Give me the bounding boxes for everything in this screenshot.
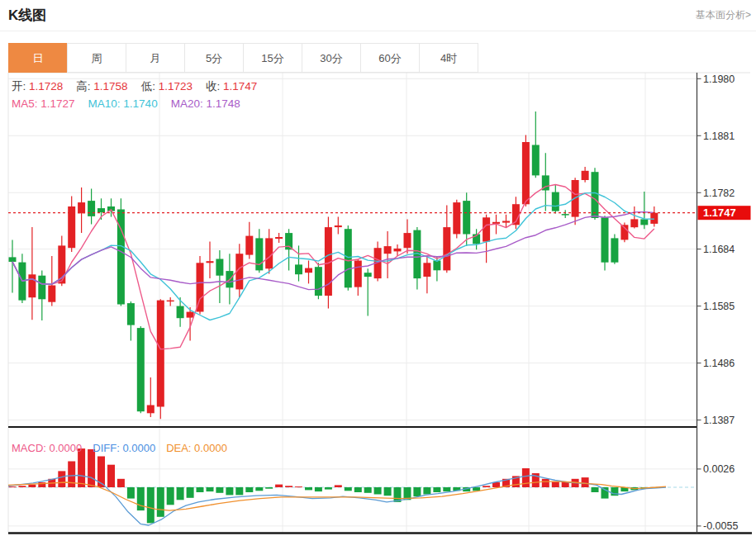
- legend-item: MACD: 0.0000: [12, 442, 82, 454]
- candle-body: [275, 237, 283, 239]
- macd-histogram-bar: [413, 487, 421, 496]
- candle-body: [216, 259, 223, 276]
- ma-legend-row: MA5: 1.1727MA10: 1.1740MA20: 1.1748: [12, 95, 257, 112]
- macd-histogram-bar: [285, 486, 292, 487]
- candle-body: [443, 227, 450, 270]
- candle-body: [364, 273, 372, 277]
- macd-histogram-bar: [295, 486, 302, 487]
- candle-body: [582, 171, 589, 180]
- macd-histogram-bar: [345, 487, 352, 491]
- macd-histogram-bar: [592, 487, 599, 492]
- macd-histogram-bar: [335, 485, 342, 487]
- tab-日[interactable]: 日: [8, 43, 68, 73]
- tab-60分[interactable]: 60分: [360, 43, 420, 73]
- macd-histogram-bar: [542, 479, 549, 487]
- candle-body: [147, 406, 155, 414]
- macd-histogram-bar: [492, 482, 500, 487]
- candle-body: [315, 267, 322, 296]
- macd-histogram-bar: [275, 485, 283, 487]
- candle-body: [305, 268, 312, 273]
- current-price-badge-label: 1.1747: [703, 206, 736, 219]
- tab-15分[interactable]: 15分: [243, 43, 302, 73]
- fundamental-analysis-link[interactable]: 基本面分析>: [696, 8, 751, 22]
- ma20-line: [12, 212, 654, 290]
- macd-histogram-bar: [97, 457, 105, 488]
- candle-body: [28, 274, 36, 297]
- macd-histogram-bar: [207, 487, 214, 491]
- price-axis-label: 1.1486: [703, 358, 735, 369]
- candle-body: [453, 202, 460, 234]
- tab-4时[interactable]: 4时: [419, 43, 478, 73]
- macd-histogram-bar: [187, 487, 194, 498]
- macd-histogram-bar: [9, 486, 17, 487]
- header-divider: [0, 31, 756, 31]
- macd-histogram-bar: [374, 487, 382, 495]
- candle-body: [335, 225, 342, 227]
- candle-body: [38, 276, 45, 300]
- price-axis-label: 1.1387: [703, 415, 735, 426]
- candle-body: [97, 208, 105, 212]
- macd-legend: MACD: 0.0000DIFF: 0.0000DEA: 0.0000: [12, 442, 227, 454]
- macd-histogram-bar: [117, 479, 125, 487]
- candle-body: [562, 214, 569, 216]
- candle-body: [157, 301, 164, 407]
- macd-histogram-bar: [433, 487, 440, 492]
- legend-item: 低: 1.1723: [141, 78, 193, 95]
- macd-histogram-bar: [18, 486, 26, 487]
- candle-body: [167, 301, 174, 302]
- macd-histogram-bar: [483, 486, 490, 487]
- candle-body: [9, 257, 17, 262]
- candle-body: [532, 145, 540, 176]
- macd-axis-label: 0.0026: [703, 463, 735, 475]
- candle-body: [483, 217, 490, 241]
- candle-body: [433, 261, 440, 271]
- macd-histogram-bar: [354, 487, 362, 492]
- candle-body: [394, 249, 402, 252]
- candle-body: [630, 219, 638, 227]
- price-axis-label: 1.1980: [703, 74, 735, 85]
- candle-body: [285, 233, 292, 249]
- legend-item: 高: 1.1758: [76, 78, 127, 95]
- candle-body: [640, 219, 648, 225]
- price-axis-label: 1.1782: [703, 187, 735, 199]
- macd-axis-label: -0.0055: [703, 520, 738, 532]
- macd-histogram-bar: [473, 487, 480, 491]
- macd-histogram-bar: [305, 487, 312, 490]
- legend-item: 开: 1.1728: [12, 78, 63, 95]
- candle-body: [384, 246, 392, 254]
- macd-histogram-bar: [88, 449, 95, 487]
- macd-histogram-bar: [127, 487, 135, 499]
- candle-body: [354, 261, 362, 287]
- macd-histogram-bar: [552, 481, 559, 487]
- candle-body: [207, 261, 214, 263]
- macd-histogram-bar: [157, 487, 164, 517]
- tab-周[interactable]: 周: [67, 43, 126, 73]
- page-title: K线图: [8, 6, 46, 25]
- macd-histogram-bar: [28, 485, 36, 487]
- macd-histogram-bar: [177, 487, 184, 500]
- macd-histogram-bar: [235, 487, 243, 495]
- macd-histogram-bar: [147, 487, 155, 523]
- candle-body: [552, 192, 559, 211]
- legend-item: 收: 1.1747: [206, 78, 257, 95]
- tab-月[interactable]: 月: [126, 43, 185, 73]
- macd-histogram-bar: [58, 471, 65, 487]
- legend-item: DEA: 0.0000: [166, 442, 227, 454]
- legend-item: MA5: 1.1727: [12, 95, 75, 112]
- candle-body: [245, 236, 253, 255]
- macd-histogram-bar: [197, 487, 204, 492]
- macd-histogram-bar: [522, 468, 530, 487]
- macd-histogram-bar: [443, 487, 450, 491]
- macd-histogram-bar: [107, 465, 115, 487]
- price-axis-label: 1.1585: [703, 301, 735, 312]
- legend-item: MA10: 1.1740: [88, 95, 158, 112]
- macd-histogram-bar: [601, 487, 609, 499]
- tab-30分[interactable]: 30分: [302, 43, 361, 73]
- candle-body: [650, 213, 658, 224]
- candle-body: [502, 221, 510, 223]
- candle-body: [137, 328, 145, 411]
- macd-histogram-bar: [245, 487, 253, 492]
- macd-histogram-bar: [167, 487, 174, 505]
- candle-body: [197, 263, 204, 311]
- tab-5分[interactable]: 5分: [184, 43, 244, 73]
